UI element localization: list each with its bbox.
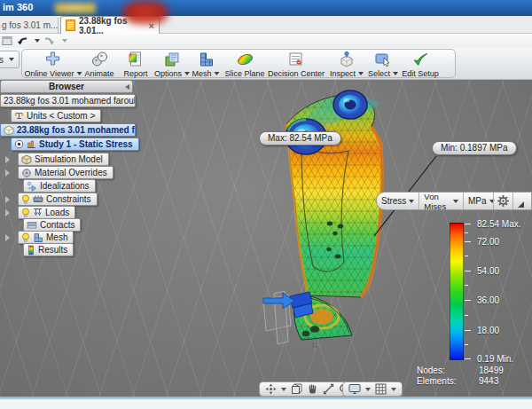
ribbon-slice-plane[interactable]: Slice Plane	[224, 51, 264, 78]
units-icon	[14, 111, 24, 121]
ribbon-select[interactable]: Select	[368, 51, 398, 78]
material-overrides-icon	[21, 168, 32, 178]
legend-label-max: 82.54 Max.	[477, 219, 520, 229]
component-dropdown[interactable]: Von Mises	[419, 193, 463, 209]
legend-tick	[465, 241, 471, 242]
dropdown-caret-icon	[358, 72, 364, 75]
radio-selected-icon[interactable]	[14, 139, 24, 149]
status-bar	[0, 398, 532, 409]
grid-caret-icon[interactable]	[391, 388, 396, 391]
gear-icon	[497, 194, 510, 208]
slice-plane-icon	[236, 51, 254, 68]
browser-collapse-icon[interactable]	[125, 84, 129, 90]
tree-item-idealizations[interactable]: Idealizations	[23, 179, 96, 193]
bulb-icon[interactable]	[21, 194, 30, 205]
blurred-logo	[123, 1, 168, 24]
legend-corner-button[interactable]	[512, 193, 531, 209]
tree-item-material-overrides[interactable]: Material Overrides	[5, 166, 113, 179]
legend-tick	[465, 285, 468, 286]
tree-item-simulation-model[interactable]: Simulation Model	[5, 153, 109, 166]
legend-tick	[465, 344, 468, 345]
redo-caret-icon[interactable]	[62, 39, 67, 43]
ribbon-edit-setup[interactable]: Edit Setup	[402, 51, 439, 78]
zoom-icon[interactable]	[323, 383, 334, 395]
min-callout[interactable]: Min: 0.1897 MPa	[432, 141, 517, 155]
unit-dropdown[interactable]: MPa	[463, 193, 493, 209]
undo-caret-icon[interactable]	[35, 39, 40, 43]
ribbon-mesh[interactable]: Mesh	[192, 51, 219, 78]
tab-inactive[interactable]: g fos 3.01 m...	[0, 18, 59, 34]
ribbon-inspect[interactable]: Inspect	[330, 51, 364, 78]
ribbon-decision-center[interactable]: Decision Center	[268, 51, 325, 78]
edit-setup-icon	[411, 51, 429, 68]
tree-item-results[interactable]: Results	[23, 243, 74, 256]
legend-label: 18.00	[477, 326, 499, 335]
ribbon-animate[interactable]: Animate	[84, 51, 113, 78]
dropdown-caret-icon	[453, 200, 458, 203]
tree-item-constraints[interactable]: Constraints	[5, 193, 98, 206]
elements-label: Elements:	[417, 376, 456, 386]
redo-icon[interactable]	[43, 35, 56, 46]
display-style-icon[interactable]	[348, 383, 361, 395]
mesh-icon	[197, 51, 215, 68]
ribbon-report[interactable]: Report	[123, 51, 147, 78]
viewcube-home-icon[interactable]	[291, 383, 302, 395]
document-tab-bar: g fos 3.01 m... 23.88kg fos 3.01... ×	[0, 16, 532, 34]
animate-icon	[90, 51, 108, 68]
expand-arrow-icon[interactable]	[5, 209, 10, 216]
expand-arrow-icon[interactable]	[5, 156, 10, 163]
pan-icon[interactable]	[307, 383, 318, 395]
result-type-dropdown[interactable]: Stress	[377, 193, 419, 209]
browser-panel-header[interactable]: Browser	[0, 80, 133, 93]
report-icon	[127, 51, 145, 68]
legend-tick	[465, 256, 468, 256]
tree-item-units[interactable]: Units < Custom >	[11, 109, 101, 122]
legend-tick	[465, 224, 471, 224]
bulb-icon[interactable]	[21, 232, 30, 243]
app-title: im 360	[3, 2, 33, 12]
nodes-label: Nodes:	[417, 366, 445, 375]
legend-label: 54.00	[477, 266, 499, 276]
display-toolbar	[342, 381, 403, 397]
legend-label-min: 0.19 Min.	[477, 354, 513, 364]
expand-arrow-icon[interactable]	[5, 196, 10, 203]
orbit-caret-icon[interactable]	[281, 388, 286, 391]
undo-icon[interactable]	[16, 35, 28, 46]
overflow-caret-icon	[9, 58, 14, 61]
legend-tick	[465, 232, 468, 233]
dropdown-caret-icon	[409, 200, 414, 203]
mesh-tree-icon	[33, 232, 43, 243]
bulb-icon[interactable]	[21, 208, 30, 218]
ribbon-options[interactable]: Options	[154, 51, 190, 78]
legend-tick	[465, 271, 471, 271]
expand-arrow-icon[interactable]	[5, 234, 10, 241]
inspect-icon	[338, 51, 356, 68]
simulation-model-icon	[21, 154, 32, 165]
tree-item-contacts[interactable]: Contacts	[23, 218, 81, 232]
stress-legend-bar	[450, 223, 464, 360]
legend-label: 36.00	[477, 295, 499, 305]
app-window: { "titlebar": { "title": "im 360" }, "ta…	[0, 0, 532, 409]
tree-item-loads[interactable]: Loads	[5, 206, 75, 219]
max-callout[interactable]: Max: 82.54 MPa	[259, 131, 341, 146]
legend-tick	[465, 315, 468, 316]
nodes-value: 18499	[479, 366, 504, 375]
panels-icon[interactable]	[2, 35, 12, 46]
grid-icon[interactable]	[375, 383, 387, 395]
expand-arrow-icon[interactable]	[5, 169, 10, 177]
ribbon-overflow-button[interactable]: s	[0, 51, 20, 68]
orbit-icon[interactable]	[265, 383, 277, 395]
file-icon	[66, 20, 75, 31]
blurred-user-badge	[55, 3, 96, 13]
tree-item-assembly-root[interactable]: 23.88kg fos 3.01 mohamed farou...	[0, 123, 136, 137]
display-caret-icon[interactable]	[365, 388, 371, 391]
dropdown-caret-icon	[184, 72, 190, 75]
legend-settings-button[interactable]	[493, 193, 512, 209]
tree-item-study[interactable]: Study 1 - Static Stress	[11, 138, 139, 151]
tree-item-mesh[interactable]: Mesh	[5, 231, 74, 244]
tree-item-document-root[interactable]: 23.88kg fos 3.01 mohamed farouk robot ..…	[0, 94, 136, 107]
legend-label: 72.00	[477, 237, 499, 247]
ribbon-online-viewer[interactable]: Online Viewer	[25, 51, 82, 78]
results-icon	[27, 245, 35, 256]
dropdown-caret-icon	[215, 72, 220, 75]
